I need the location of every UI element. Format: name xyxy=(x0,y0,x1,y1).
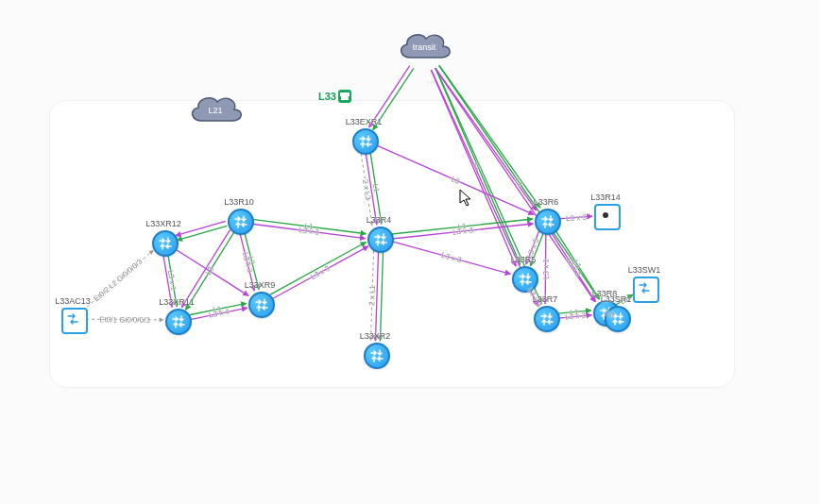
link-label: L1 xyxy=(371,183,381,193)
node-label-L33XR9: L33XR9 xyxy=(245,280,276,290)
topology-title: L33 xyxy=(318,91,336,102)
node-label-L33R7: L33R7 xyxy=(533,294,558,304)
topology-title-badge xyxy=(338,90,351,103)
link-label: Et0/1 Gi0/0/0/3 xyxy=(99,315,149,324)
node-L33R4[interactable] xyxy=(367,227,394,253)
node-label-L33R5: L33R5 xyxy=(511,255,537,264)
node-label-L33R4: L33R4 xyxy=(367,215,392,225)
node-label-L33SR1: L33SR1 xyxy=(601,294,632,304)
node-label-L33R14: L33R14 xyxy=(590,193,621,202)
node-L33R6[interactable] xyxy=(535,209,561,235)
cloud-label-l21: L21 xyxy=(208,106,222,115)
node-label-L33SW1: L33SW1 xyxy=(628,265,661,275)
node-L33R7[interactable] xyxy=(534,306,560,332)
node-L33R10[interactable] xyxy=(228,209,254,235)
node-label-L33AC13: L33AC13 xyxy=(55,296,91,306)
node-L33SW1[interactable] xyxy=(633,277,659,303)
link-label: L3 x 1 xyxy=(541,259,550,279)
node-L33XR12[interactable] xyxy=(152,230,179,257)
node-label-L33XR2: L33XR2 xyxy=(360,331,391,341)
node-label-L33R10: L33R10 xyxy=(224,197,254,207)
node-label-L33R6: L33R6 xyxy=(534,197,559,207)
node-label-L33XR11: L33XR11 xyxy=(159,297,195,307)
node-L33EXR1[interactable] xyxy=(352,128,379,155)
link-label: 2 x L1 xyxy=(367,285,377,306)
node-label-L33XR12: L33XR12 xyxy=(145,219,181,228)
node-L33AC13[interactable] xyxy=(61,308,88,334)
node-L33R14[interactable] xyxy=(594,204,621,230)
node-label-L33EXR1: L33EXR1 xyxy=(346,117,383,126)
node-L33XR9[interactable] xyxy=(248,292,275,318)
node-L33XR11[interactable] xyxy=(165,309,192,335)
link-label: L3 x 3 xyxy=(565,212,586,223)
cloud-label-transit: transit xyxy=(413,42,436,52)
node-L33XR2[interactable] xyxy=(364,343,390,369)
